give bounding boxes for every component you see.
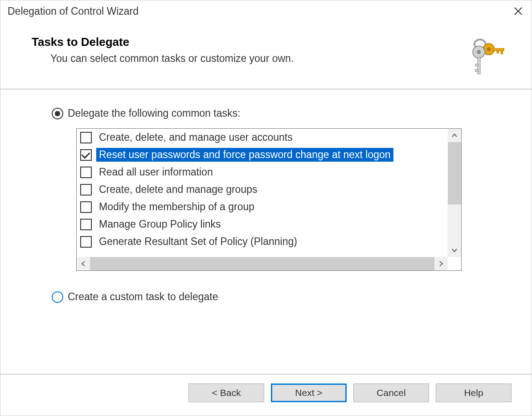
task-label: Reset user passwords and force password … xyxy=(96,148,393,162)
task-label: Read all user information xyxy=(96,165,216,179)
keys-icon xyxy=(465,35,505,75)
radio-button-custom[interactable] xyxy=(52,291,63,303)
task-label: Create, delete and manage groups xyxy=(96,183,260,196)
svg-rect-5 xyxy=(493,49,504,51)
task-item-modify-group-membership[interactable]: Modify the membership of a group xyxy=(77,198,448,216)
titlebar: Delegation of Control Wizard xyxy=(0,0,532,22)
task-checkbox[interactable] xyxy=(80,184,92,196)
scroll-thumb-horizontal[interactable] xyxy=(90,257,434,270)
header-text-area: Tasks to Delegate You can select common … xyxy=(32,35,465,65)
task-checkbox[interactable] xyxy=(80,236,92,248)
task-checkbox[interactable] xyxy=(80,149,92,161)
header-title: Tasks to Delegate xyxy=(32,35,465,49)
task-checkbox[interactable] xyxy=(80,132,92,143)
radio-label-common: Delegate the following common tasks: xyxy=(68,107,240,119)
task-label: Modify the membership of a group xyxy=(96,200,257,214)
window-title: Delegation of Control Wizard xyxy=(8,5,139,17)
radio-delegate-common[interactable]: Delegate the following common tasks: xyxy=(52,107,480,119)
button-bar: < Back Next > Cancel Help xyxy=(0,374,532,416)
scroll-track[interactable] xyxy=(448,204,461,244)
task-item-group-policy-links[interactable]: Manage Group Policy links xyxy=(77,216,448,233)
task-label: Manage Group Policy links xyxy=(96,217,224,231)
task-checkbox[interactable] xyxy=(80,167,92,178)
back-button[interactable]: < Back xyxy=(188,383,264,402)
task-label: Create, delete, and manage user accounts xyxy=(96,131,295,144)
chevron-right-icon xyxy=(438,261,444,267)
svg-point-4 xyxy=(487,47,491,51)
close-icon xyxy=(513,6,524,16)
svg-rect-11 xyxy=(475,69,478,72)
task-checkbox[interactable] xyxy=(80,219,92,230)
radio-create-custom[interactable]: Create a custom task to delegate xyxy=(52,291,480,303)
task-item-rsop-planning[interactable]: Generate Resultant Set of Policy (Planni… xyxy=(77,233,448,250)
scroll-up-arrow[interactable] xyxy=(448,129,461,142)
task-item-create-users[interactable]: Create, delete, and manage user accounts xyxy=(77,129,448,146)
svg-rect-7 xyxy=(497,51,499,53)
scroll-thumb-vertical[interactable] xyxy=(448,142,461,204)
cancel-button[interactable]: Cancel xyxy=(353,383,429,402)
scroll-down-arrow[interactable] xyxy=(448,244,461,257)
task-label: Generate Resultant Set of Policy (Planni… xyxy=(96,235,300,249)
close-button[interactable] xyxy=(510,3,526,19)
task-item-reset-passwords[interactable]: Reset user passwords and force password … xyxy=(77,146,448,163)
svg-rect-12 xyxy=(475,64,478,66)
chevron-down-icon xyxy=(451,247,458,253)
task-list-inner: Create, delete, and manage user accounts… xyxy=(77,129,448,257)
wizard-window: Delegation of Control Wizard Tasks to De… xyxy=(0,0,532,416)
next-button[interactable]: Next > xyxy=(271,383,347,402)
svg-point-9 xyxy=(477,50,481,54)
header-subtitle: You can select common tasks or customize… xyxy=(32,53,465,65)
radio-label-custom: Create a custom task to delegate xyxy=(68,291,218,303)
radio-button-common[interactable] xyxy=(52,108,63,119)
task-item-read-user-info[interactable]: Read all user information xyxy=(77,163,448,181)
horizontal-scrollbar[interactable] xyxy=(77,257,448,270)
task-item-manage-groups[interactable]: Create, delete and manage groups xyxy=(77,181,448,198)
help-button[interactable]: Help xyxy=(436,383,512,402)
task-checkbox[interactable] xyxy=(80,201,92,213)
scroll-right-arrow[interactable] xyxy=(434,257,448,270)
vertical-scrollbar[interactable] xyxy=(448,129,461,257)
scroll-left-arrow[interactable] xyxy=(77,257,90,270)
tasks-listbox[interactable]: Create, delete, and manage user accounts… xyxy=(76,128,462,271)
header-section: Tasks to Delegate You can select common … xyxy=(0,22,532,89)
svg-rect-6 xyxy=(501,51,503,54)
chevron-up-icon xyxy=(451,132,458,139)
content-section: Delegate the following common tasks: Cre… xyxy=(0,90,532,374)
chevron-left-icon xyxy=(80,261,86,267)
